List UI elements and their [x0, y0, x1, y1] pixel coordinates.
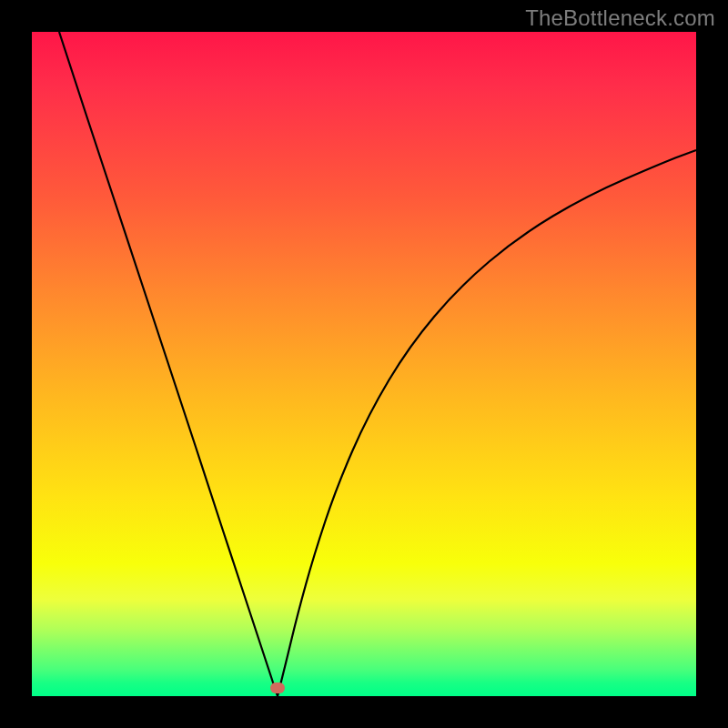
- chart-frame: TheBottleneck.com: [0, 0, 728, 728]
- curve-right-branch: [278, 150, 696, 696]
- plot-area: [32, 32, 696, 696]
- bottleneck-curve: [32, 32, 696, 696]
- bottleneck-marker: [270, 682, 285, 693]
- curve-left-branch: [59, 32, 278, 696]
- attribution-text: TheBottleneck.com: [525, 5, 715, 31]
